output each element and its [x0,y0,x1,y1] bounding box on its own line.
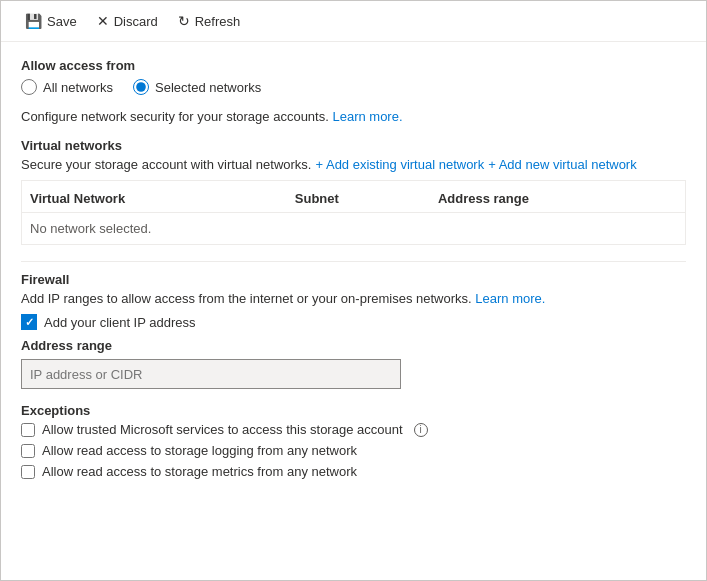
radio-group: All networks Selected networks [21,79,686,95]
firewall-description: Add IP ranges to allow access from the i… [21,291,686,306]
exception-label-0: Allow trusted Microsoft services to acce… [42,422,403,437]
address-range-input[interactable] [21,359,401,389]
radio-selected-input[interactable] [133,79,149,95]
exceptions-header: Exceptions [21,403,686,418]
discard-button[interactable]: ✕ Discard [89,9,166,33]
toolbar: 💾 Save ✕ Discard ↻ Refresh [1,1,706,42]
firewall-desc-text: Add IP ranges to allow access from the i… [21,291,472,306]
exception-checkbox-1[interactable] [21,444,35,458]
add-existing-link[interactable]: + Add existing virtual network [315,157,484,172]
exception-item-2[interactable]: Allow read access to storage metrics fro… [21,464,686,479]
exception-info-icon-0: i [414,423,428,437]
table-empty-message: No network selected. [22,213,685,245]
radio-all-input[interactable] [21,79,37,95]
save-label: Save [47,14,77,29]
save-button[interactable]: 💾 Save [17,9,85,33]
add-client-ip-checked-icon [21,314,37,330]
radio-selected-label: Selected networks [155,80,261,95]
allow-access-section: Allow access from All networks Selected … [21,58,686,95]
allow-access-label: Allow access from [21,58,686,73]
firewall-header: Firewall [21,272,686,287]
divider [21,261,686,262]
save-icon: 💾 [25,13,42,29]
firewall-section: Firewall Add IP ranges to allow access f… [21,272,686,389]
address-range-label: Address range [21,338,686,353]
exception-checkbox-2[interactable] [21,465,35,479]
virtual-networks-sub: Secure your storage account with virtual… [21,157,686,172]
radio-all-networks[interactable]: All networks [21,79,113,95]
exception-checkbox-0[interactable] [21,423,35,437]
exception-item-0[interactable]: Allow trusted Microsoft services to acce… [21,422,686,437]
virtual-networks-section: Virtual networks Secure your storage acc… [21,138,686,245]
col-address-range: Address range [430,185,685,213]
main-content: Allow access from All networks Selected … [1,42,706,501]
virtual-networks-table: Virtual Network Subnet Address range No … [22,185,685,244]
configure-description: Configure network security for your stor… [21,109,686,124]
discard-icon: ✕ [97,13,109,29]
refresh-label: Refresh [195,14,241,29]
refresh-button[interactable]: ↻ Refresh [170,9,249,33]
exceptions-section: Exceptions Allow trusted Microsoft servi… [21,403,686,479]
add-new-link[interactable]: + Add new virtual network [488,157,637,172]
add-client-ip-checkbox[interactable]: Add your client IP address [21,314,686,330]
configure-learn-more-link[interactable]: Learn more. [332,109,402,124]
discard-label: Discard [114,14,158,29]
virtual-networks-table-wrapper: Virtual Network Subnet Address range No … [21,180,686,245]
exception-label-1: Allow read access to storage logging fro… [42,443,357,458]
configure-text: Configure network security for your stor… [21,109,329,124]
radio-all-label: All networks [43,80,113,95]
col-virtual-network: Virtual Network [22,185,287,213]
virtual-networks-description: Secure your storage account with virtual… [21,157,311,172]
table-header-row: Virtual Network Subnet Address range [22,185,685,213]
exception-label-2: Allow read access to storage metrics fro… [42,464,357,479]
firewall-learn-more-link[interactable]: Learn more. [475,291,545,306]
add-client-ip-label: Add your client IP address [44,315,196,330]
refresh-icon: ↻ [178,13,190,29]
col-subnet: Subnet [287,185,430,213]
radio-selected-networks[interactable]: Selected networks [133,79,261,95]
virtual-networks-header: Virtual networks [21,138,686,153]
exception-item-1[interactable]: Allow read access to storage logging fro… [21,443,686,458]
table-empty-row: No network selected. [22,213,685,245]
